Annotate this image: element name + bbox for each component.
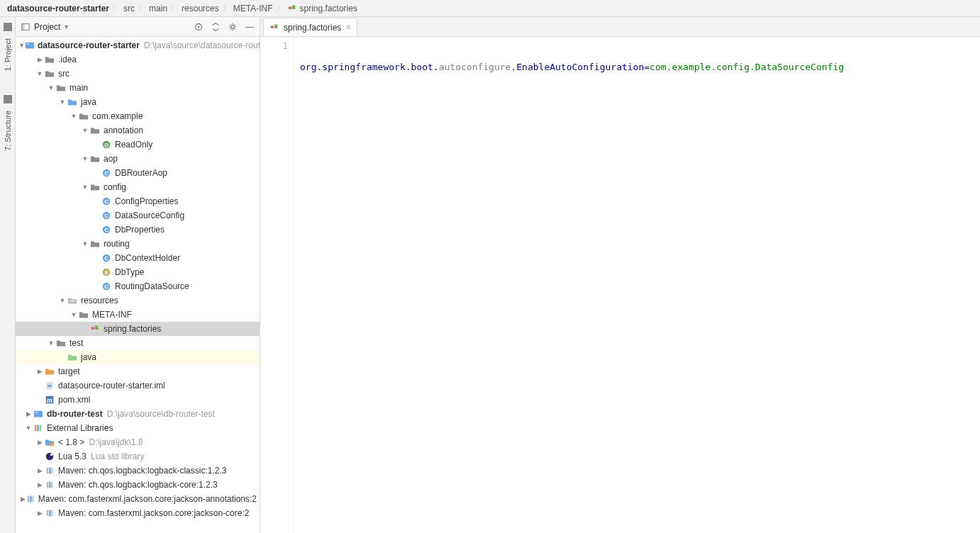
tree-label: routing [104,239,130,249]
sidebar-title[interactable]: Project [34,22,60,32]
svg-rect-49 [47,510,49,517]
tree-row[interactable]: ▶Maven: ch.qos.logback:logback-core:1.2.… [16,478,260,492]
tree-row[interactable]: ▼aop [16,152,260,166]
tree-row[interactable]: ▶Maven: ch.qos.logback:logback-classic:1… [16,464,260,478]
tree-label: resources [81,296,118,305]
breadcrumb-item[interactable]: spring.factories [286,4,359,13]
tree-row[interactable]: ▶target [16,364,260,378]
tree-row[interactable]: ▶.idea [16,52,260,67]
svg-point-37 [50,442,53,446]
tree-row[interactable]: ▼java [16,95,260,109]
tree-label: test [69,338,83,348]
tree-row[interactable]: Lua 5.3Lua std library [16,449,260,464]
tree-row[interactable]: ▼main [16,81,260,95]
project-view-icon[interactable] [20,21,31,33]
breadcrumb-item[interactable]: META-INF [232,4,274,13]
svg-rect-47 [30,496,32,503]
tree-arrow-icon[interactable]: ▼ [58,99,67,106]
module-icon [25,40,35,51]
tree-row[interactable]: CDBRouterAop [16,166,260,180]
project-tree[interactable]: ▼datasource-router-starterD:\java\source… [16,37,260,533]
tree-row[interactable]: CDataSourceConfig [16,208,260,223]
tree-row[interactable]: ▼com.example [16,109,260,123]
tree-arrow-icon[interactable]: ▼ [35,70,44,77]
code-eq: = [644,62,650,72]
tree-row[interactable]: spring.factories [16,322,260,336]
tree-row[interactable]: CDbProperties [16,223,260,237]
tree-row[interactable]: EDbType [16,265,260,279]
tree-label: DbProperties [115,225,165,235]
svg-rect-42 [52,468,53,474]
folder-icon [89,153,101,164]
tree-row[interactable]: ▶db-router-testD:\java\source\db-router-… [16,407,260,421]
tree-row[interactable]: CDbContextHolder [16,251,260,265]
tree-arrow-icon[interactable]: ▼ [58,297,67,304]
tree-row[interactable]: CConfigProperties [16,194,260,208]
lib-icon [44,465,55,476]
tree-arrow-icon[interactable]: ▼ [81,127,89,134]
editor-code[interactable]: org.springframework.boot.autoconfigure.E… [294,37,980,533]
tree-label: db-router-test [47,409,103,419]
tree-row[interactable]: ▶Maven: com.fasterxml.jackson.core:jacks… [16,506,260,520]
tree-arrow-icon[interactable]: ▶ [35,368,44,375]
tree-row[interactable]: java [16,350,260,364]
breadcrumb-item[interactable]: main [147,4,169,13]
breadcrumb-item[interactable]: resources [180,4,221,13]
breadcrumb-item[interactable]: datasource-router-starter [6,4,111,13]
tree-arrow-icon[interactable]: ▼ [47,340,55,347]
minimize-icon[interactable]: — [244,21,255,33]
tree-arrow-icon[interactable]: ▶ [35,56,44,63]
code-enable: .EnableAutoConfiguration [511,62,644,72]
tree-row[interactable]: ▶< 1.8 >D:\java\jdk\1.8 [16,435,260,449]
tree-row[interactable]: CRoutingDataSource [16,279,260,293]
svg-rect-25 [70,301,75,301]
tree-arrow-icon[interactable]: ▼ [24,425,33,432]
rail-project[interactable]: 1: Project [4,34,12,75]
tree-row[interactable]: ▼External Libraries [16,421,260,435]
tree-row[interactable]: ▼datasource-router-starterD:\java\source… [16,38,260,52]
tree-row[interactable]: ▼resources [16,293,260,308]
tree-label: config [104,182,126,192]
tree-arrow-icon[interactable]: ▶ [35,467,44,474]
svg-text:C: C [104,170,108,176]
tree-arrow-icon[interactable]: ▼ [47,84,55,91]
breadcrumb-item[interactable]: src [122,4,136,13]
locate-icon[interactable] [193,21,204,33]
tree-arrow-icon[interactable]: ▶ [21,495,26,503]
tree-arrow-icon[interactable]: ▼ [18,42,25,49]
close-icon[interactable]: ✕ [345,23,351,31]
tree-row[interactable]: ▼annotation [16,123,260,138]
tree-arrow-icon[interactable]: ▼ [69,311,78,318]
tree-row[interactable]: mpom.xml [16,393,260,407]
svg-rect-52 [271,26,274,28]
tree-row[interactable]: ▼test [16,336,260,350]
gear-icon[interactable] [227,21,238,33]
tree-label: .idea [58,55,77,64]
tree-arrow-icon[interactable]: ▶ [35,510,44,517]
sdk-icon [44,437,55,448]
tree-row[interactable]: ▼src [16,67,260,81]
tree-arrow-icon[interactable]: ▼ [81,155,89,162]
tab-spring-factories[interactable]: spring.factories ✕ [263,18,357,36]
tree-arrow-icon[interactable]: ▼ [81,240,89,247]
chevron-down-icon[interactable]: ▼ [63,23,69,30]
collapse-icon[interactable] [210,21,221,33]
tree-arrow-icon[interactable]: ▼ [69,113,78,120]
tree-row[interactable]: ▶Maven: com.fasterxml.jackson.core:jacks… [16,492,260,506]
tree-arrow-icon[interactable]: ▶ [35,439,44,446]
svg-rect-53 [274,24,277,28]
tree-row[interactable]: ▼META-INF [16,308,260,322]
tree-arrow-icon[interactable]: ▶ [35,481,44,488]
tree-row[interactable]: datasource-router-starter.iml [16,378,260,393]
tree-label: DbContextHolder [115,253,180,263]
tree-label: Maven: com.fasterxml.jackson.core:jackso… [38,494,257,504]
tree-arrow-icon[interactable]: ▼ [81,184,89,191]
folder-blue-icon [67,96,78,108]
tree-arrow-icon[interactable]: ▶ [24,410,33,417]
chevron-right-icon: 〉 [171,4,178,13]
tree-row[interactable]: ▼config [16,180,260,194]
tree-row[interactable]: @ReadOnly [16,138,260,152]
tree-row[interactable]: ▼routing [16,237,260,251]
svg-text:C: C [104,213,108,219]
rail-structure[interactable]: 7: Structure [4,106,12,155]
